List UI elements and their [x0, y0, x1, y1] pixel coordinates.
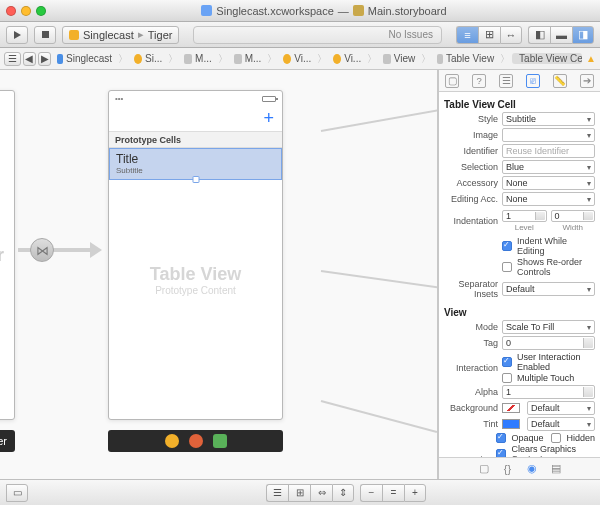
view-controller-scene[interactable]: n Controller	[0, 90, 15, 420]
help-inspector-tab[interactable]: ?	[472, 74, 486, 88]
prototype-header: Prototype Cells	[109, 132, 282, 148]
navigation-bar[interactable]: +	[109, 106, 282, 132]
view-controller-icon[interactable]	[213, 434, 227, 448]
tag-field[interactable]: 0	[502, 336, 595, 350]
jump-item[interactable]: Si...	[130, 53, 166, 64]
editor-mode-segmented[interactable]: ≡ ⊞ ↔	[456, 26, 522, 44]
table-view-controller-scene[interactable]: ••• + Prototype Cells Title Subtitle Tab…	[108, 90, 283, 420]
first-responder-icon[interactable]	[165, 434, 179, 448]
forward-button[interactable]: ▶	[38, 52, 51, 66]
connection-lines	[321, 70, 438, 479]
activity-status: No Issues	[193, 26, 442, 44]
jump-item[interactable]: Table View	[433, 53, 498, 64]
file-name: Main.storyboard	[368, 5, 447, 17]
resolve-v-button[interactable]: ⇕	[332, 484, 354, 502]
multiple-touch-checkbox[interactable]	[502, 373, 512, 383]
hidden-checkbox[interactable]	[551, 433, 561, 443]
scene-dock[interactable]	[108, 430, 283, 452]
zoom-segmented[interactable]: − = +	[360, 484, 426, 502]
pin-button[interactable]: ⊞	[288, 484, 310, 502]
user-interaction-checkbox[interactable]	[502, 357, 512, 367]
issue-icon[interactable]: ▲	[586, 53, 596, 64]
jump-item[interactable]: Vi...	[329, 53, 365, 64]
file-inspector-tab[interactable]: ▢	[445, 74, 459, 88]
editing-acc-select[interactable]: None	[502, 192, 595, 206]
jump-item[interactable]: Table View Cell	[512, 53, 582, 64]
accessory-select[interactable]: None	[502, 176, 595, 190]
resolve-h-button[interactable]: ⇔	[310, 484, 332, 502]
align-button[interactable]: ☰	[266, 484, 288, 502]
jump-item[interactable]: Singlecast	[53, 53, 116, 64]
assistant-editor-button[interactable]: ⊞	[478, 26, 500, 44]
stop-button[interactable]	[34, 26, 56, 44]
jump-item[interactable]: View	[379, 53, 419, 64]
library-tabs[interactable]: ▢ {} ◉ ▤	[439, 457, 600, 479]
identity-inspector-tab[interactable]: ☰	[499, 74, 513, 88]
zoom-in-button[interactable]: +	[404, 484, 426, 502]
segue-arrow[interactable]	[18, 248, 90, 252]
jump-item[interactable]: Vi...	[279, 53, 315, 64]
selection-select[interactable]: Blue	[502, 160, 595, 174]
zoom-actual-button[interactable]: =	[382, 484, 404, 502]
code-snippet-tab[interactable]: {}	[501, 463, 515, 475]
cell-subtitle-label: Subtitle	[116, 166, 275, 175]
file-template-tab[interactable]: ▢	[477, 462, 491, 475]
connections-inspector-tab[interactable]: ➔	[580, 74, 594, 88]
related-items-button[interactable]: ☰	[4, 52, 21, 66]
toggle-utilities-button[interactable]: ◨	[572, 26, 594, 44]
media-library-tab[interactable]: ▤	[549, 462, 563, 475]
toggle-debug-button[interactable]: ▬	[550, 26, 572, 44]
toggle-navigator-button[interactable]: ◧	[528, 26, 550, 44]
section-title: Table View Cell	[444, 99, 595, 110]
mode-select[interactable]: Scale To Fill	[502, 320, 595, 334]
segue-icon[interactable]: ⋈	[30, 238, 54, 262]
tint-swatch[interactable]	[502, 419, 520, 429]
shows-reorder-checkbox[interactable]	[502, 262, 512, 272]
table-view-cell[interactable]: Title Subtitle	[109, 148, 282, 180]
minimize-icon[interactable]	[21, 6, 31, 16]
scheme-selector[interactable]: Singlecast ▸ Tiger	[62, 26, 179, 44]
opaque-checkbox[interactable]	[496, 433, 506, 443]
interface-builder-canvas[interactable]: n Controller n Controller ⋈ ••• + Protot…	[0, 70, 438, 479]
battery-icon	[262, 96, 276, 102]
clears-graphics-checkbox[interactable]	[496, 449, 506, 457]
background-select[interactable]: Default	[527, 401, 595, 415]
indent-level-field[interactable]: 1	[502, 210, 547, 222]
run-button[interactable]	[6, 26, 28, 44]
object-library-tab[interactable]: ◉	[525, 462, 539, 475]
standard-editor-button[interactable]: ≡	[456, 26, 478, 44]
panel-toggle-segmented[interactable]: ◧ ▬ ◨	[528, 26, 594, 44]
identifier-field[interactable]: Reuse Identifier	[502, 144, 595, 158]
size-inspector-tab[interactable]: 📏	[553, 74, 567, 88]
attributes-inspector-tab[interactable]: ⎚	[526, 74, 540, 88]
jump-bar[interactable]: ☰ ◀ ▶ Singlecast〉 Si...〉 M...〉 M...〉 Vi.…	[0, 48, 600, 70]
document-outline-button[interactable]: ▭	[6, 484, 28, 502]
style-select[interactable]: Subtitle	[502, 112, 595, 126]
zoom-icon[interactable]	[36, 6, 46, 16]
exit-icon[interactable]	[189, 434, 203, 448]
window-titlebar: Singlecast.xcworkspace — Main.storyboard	[0, 0, 600, 22]
main-toolbar: Singlecast ▸ Tiger No Issues ≡ ⊞ ↔ ◧ ▬ ◨	[0, 22, 600, 48]
section-title: View	[444, 307, 595, 318]
layout-segmented[interactable]: ☰ ⊞ ⇔ ⇕	[266, 484, 354, 502]
tint-select[interactable]: Default	[527, 417, 595, 431]
close-icon[interactable]	[6, 6, 16, 16]
indent-while-editing-checkbox[interactable]	[502, 241, 512, 251]
alpha-field[interactable]: 1	[502, 385, 595, 399]
bg-swatch[interactable]	[502, 403, 520, 413]
add-button[interactable]: +	[263, 108, 274, 129]
cell-title-label: Title	[116, 152, 275, 166]
scene-dock[interactable]: n Controller	[0, 430, 15, 452]
version-editor-button[interactable]: ↔	[500, 26, 522, 44]
separator-insets-select[interactable]: Default	[502, 282, 595, 296]
inspector-tabs[interactable]: ▢ ? ☰ ⎚ 📏 ➔	[439, 70, 600, 92]
resize-handle[interactable]	[192, 176, 199, 183]
jump-item[interactable]: M...	[180, 53, 216, 64]
indent-width-field[interactable]: 0	[551, 210, 596, 222]
canvas-bottom-bar: ▭ ☰ ⊞ ⇔ ⇕ − = +	[0, 479, 600, 505]
zoom-out-button[interactable]: −	[360, 484, 382, 502]
image-select[interactable]	[502, 128, 595, 142]
jump-item[interactable]: M...	[230, 53, 266, 64]
back-button[interactable]: ◀	[23, 52, 36, 66]
app-icon	[69, 30, 79, 40]
